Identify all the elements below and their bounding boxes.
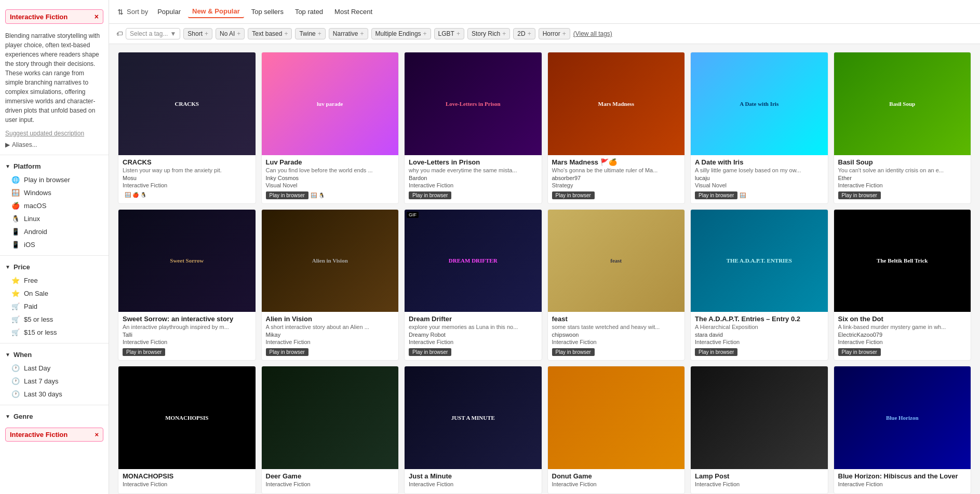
genre-tag-label: Interactive Fiction xyxy=(10,13,68,21)
play-in-browser-badge[interactable]: Play in browser xyxy=(695,191,737,199)
game-card[interactable]: GIFDREAM DRIFTERDream Drifterexplore you… xyxy=(404,209,542,361)
genre-tag-close[interactable]: × xyxy=(95,12,99,21)
game-card[interactable]: CRACKSCRACKSListen your way up from the … xyxy=(118,52,256,204)
game-card[interactable]: JUST A MINUTEJust a MinuteInteractive Fi… xyxy=(404,366,542,494)
play-in-browser-badge[interactable]: Play in browser xyxy=(838,348,881,356)
game-desc: An interactive playthrough inspired by m… xyxy=(123,324,251,330)
game-thumbnail: JUST A MINUTE xyxy=(405,366,542,469)
tag-narrative[interactable]: Narrative+ xyxy=(329,28,368,39)
tag-lgbt[interactable]: LGBT+ xyxy=(434,28,464,39)
sidebar-item-5orless[interactable]: 🛒$5 or less xyxy=(0,313,109,326)
tag-icon: 🏷 xyxy=(116,30,123,37)
genre-bottom-tag[interactable]: Interactive Fiction × xyxy=(5,428,103,442)
game-title: A Date with Iris xyxy=(695,158,824,166)
sort-top-rated[interactable]: Top rated xyxy=(291,6,327,18)
divider-genre xyxy=(0,405,109,405)
game-thumbnail: Sweet Sorrow xyxy=(118,210,256,312)
play-in-browser-badge[interactable]: Play in browser xyxy=(552,191,595,199)
game-card[interactable]: Donut GameInteractive Fiction xyxy=(547,366,686,494)
tag-text-based[interactable]: Text based+ xyxy=(248,28,292,39)
suggest-description-link[interactable]: Suggest updated description xyxy=(0,129,109,139)
game-thumbnail: Love-Letters in Prison xyxy=(405,52,542,155)
play-in-browser-badge[interactable]: Play in browser xyxy=(695,348,737,356)
game-card[interactable]: Basil SoupBasil SoupYou can't solve an i… xyxy=(834,52,972,204)
sidebar-item-onsale[interactable]: ⭐On Sale xyxy=(0,287,109,300)
sidebar-item-last7[interactable]: 🕐Last 7 days xyxy=(0,375,109,388)
tag-no-ai[interactable]: No AI+ xyxy=(216,28,245,39)
game-card[interactable]: Deer GameInteractive Fiction xyxy=(261,366,399,494)
play-in-browser-badge[interactable]: Play in browser xyxy=(266,348,308,356)
price-section-header[interactable]: ▼ Price xyxy=(0,260,109,274)
game-thumbnail: Alien in Vision xyxy=(262,210,399,312)
play-in-browser-badge[interactable]: Play in browser xyxy=(409,191,451,199)
sidebar-item-windows[interactable]: 🪟Windows xyxy=(0,186,109,199)
game-title: Love-Letters in Prison xyxy=(409,158,538,166)
game-card[interactable]: feastfeastsome stars taste wretched and … xyxy=(547,209,686,361)
sidebar-item-free[interactable]: ⭐Free xyxy=(0,274,109,287)
sort-top-sellers[interactable]: Top sellers xyxy=(247,6,288,18)
sidebar-item-last30[interactable]: 🕐Last 30 days xyxy=(0,388,109,401)
game-genre: Interactive Fiction xyxy=(409,481,538,487)
play-in-browser-badge[interactable]: Play in browser xyxy=(409,348,451,356)
sidebar-item-browser[interactable]: 🌐Play in browser xyxy=(0,173,109,186)
tag-select-dropdown[interactable]: Select a tag... ▼ xyxy=(126,28,180,39)
play-in-browser-badge[interactable]: Play in browser xyxy=(123,348,165,356)
game-card[interactable]: The Beltik Bell TrickSix on the DotA lin… xyxy=(834,209,972,361)
sidebar-item-android[interactable]: 📱Android xyxy=(0,225,109,238)
game-card[interactable]: luv paradeLuv ParadeCan you find love be… xyxy=(261,52,399,204)
tag-horror[interactable]: Horror+ xyxy=(539,28,570,39)
game-desc: some stars taste wretched and heavy wit.… xyxy=(552,324,681,330)
game-card[interactable]: Blue HorizonBlue Horizon: Hibiscus and t… xyxy=(834,366,972,494)
game-card[interactable]: THE A.D.A.P.T. ENTRIESThe A.D.A.P.T. Ent… xyxy=(690,209,828,361)
sidebar-item-ios[interactable]: 📱iOS xyxy=(0,238,109,251)
tag-story-rich[interactable]: Story Rich+ xyxy=(467,28,510,39)
game-desc: Who's gonna be the ultimate ruler of Ma.… xyxy=(552,167,681,173)
game-thumbnail: GIFDREAM DRIFTER xyxy=(405,210,542,312)
sort-popular[interactable]: Popular xyxy=(153,6,185,18)
platform-icons: 🪟 xyxy=(740,193,746,198)
thumbnail-text: Alien in Vision xyxy=(308,253,352,268)
divider-when xyxy=(0,343,109,344)
play-in-browser-badge[interactable]: Play in browser xyxy=(266,191,308,199)
thumbnail-text: Blue Horizon xyxy=(882,410,923,425)
tag-short[interactable]: Short+ xyxy=(183,28,212,39)
genre-tag-interactive-fiction[interactable]: Interactive Fiction × xyxy=(5,9,103,24)
game-title: Lamp Post xyxy=(695,472,824,480)
thumbnail-text: THE A.D.A.P.T. ENTRIES xyxy=(722,253,796,268)
game-card[interactable]: Love-Letters in PrisonLove-Letters in Pr… xyxy=(404,52,542,204)
thumbnail-text: JUST A MINUTE xyxy=(447,410,499,425)
sort-new-popular[interactable]: New & Popular xyxy=(188,5,244,18)
sidebar-item-macos[interactable]: 🍎macOS xyxy=(0,199,109,212)
sidebar-item-15orless[interactable]: 🛒$15 or less xyxy=(0,326,109,339)
game-desc: explore your memories as Luna in this no… xyxy=(409,324,538,330)
game-card[interactable]: MONACHOPSISMONACHOPSISInteractive Fictio… xyxy=(118,366,256,494)
game-genre: Interactive Fiction xyxy=(695,481,824,487)
genre-section-header[interactable]: ▼ Genre xyxy=(0,409,109,423)
view-all-tags-link[interactable]: (View all tags) xyxy=(573,30,612,37)
play-in-browser-badge[interactable]: Play in browser xyxy=(838,191,881,199)
sort-most-recent[interactable]: Most Recent xyxy=(330,6,377,18)
sidebar-item-linux[interactable]: 🐧Linux xyxy=(0,212,109,225)
game-card[interactable]: Lamp PostInteractive Fiction xyxy=(690,366,828,494)
game-card[interactable]: A Date with IrisA Date with IrisA silly … xyxy=(690,52,828,204)
game-info: Sweet Sorrow: an interactive storyAn int… xyxy=(118,312,256,360)
game-card[interactable]: Sweet SorrowSweet Sorrow: an interactive… xyxy=(118,209,256,361)
play-in-browser-badge[interactable]: Play in browser xyxy=(552,348,595,356)
game-info: MONACHOPSISInteractive Fiction xyxy=(118,469,256,493)
sidebar-item-paid[interactable]: 🛒Paid xyxy=(0,300,109,313)
game-card[interactable]: Alien in VisionAlien in VisionA short in… xyxy=(261,209,399,361)
aliases-toggle[interactable]: ▶ Aliases... xyxy=(0,139,109,150)
game-thumbnail: CRACKS xyxy=(118,52,256,155)
sidebar-item-lastday[interactable]: 🕐Last Day xyxy=(0,362,109,375)
when-items: 🕐Last Day 🕐Last 7 days 🕐Last 30 days xyxy=(0,362,109,401)
tag-twine[interactable]: Twine+ xyxy=(295,28,325,39)
game-info: Six on the DotA link-based murder myster… xyxy=(834,312,971,360)
tag-2d[interactable]: 2D+ xyxy=(513,28,535,39)
platform-section-header[interactable]: ▼ Platform xyxy=(0,159,109,173)
platform-icon: 🪟 xyxy=(311,193,317,198)
game-info: A Date with IrisA silly little game lose… xyxy=(691,155,828,203)
tag-multiple-endings[interactable]: Multiple Endings+ xyxy=(371,28,431,39)
when-section-header[interactable]: ▼ When xyxy=(0,348,109,362)
game-card[interactable]: Mars MadnessMars Madness 🚩🍊Who's gonna b… xyxy=(547,52,686,204)
genre-bottom-close[interactable]: × xyxy=(95,431,99,438)
